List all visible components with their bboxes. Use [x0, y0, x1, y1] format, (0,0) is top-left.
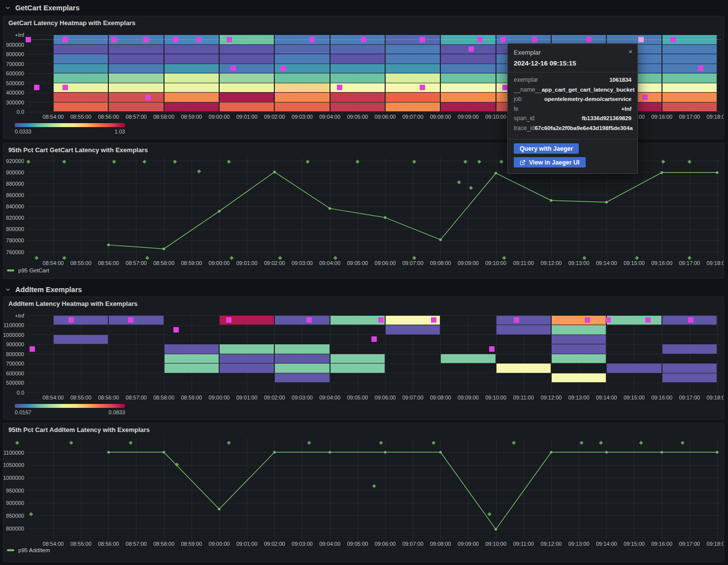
exemplar-diamond[interactable]: [197, 169, 201, 173]
exemplar-diamond[interactable]: [307, 441, 311, 445]
exemplar-marker[interactable]: [645, 317, 651, 323]
data-point[interactable]: [107, 244, 110, 246]
exemplar-marker[interactable]: [309, 37, 315, 42]
data-point[interactable]: [605, 201, 608, 203]
exemplar-marker[interactable]: [30, 346, 35, 352]
exemplar-diamond[interactable]: [599, 441, 603, 445]
exemplar-marker[interactable]: [586, 37, 592, 42]
exemplar-marker[interactable]: [26, 37, 31, 42]
exemplar-marker[interactable]: [642, 95, 648, 100]
view-in-jaeger-ui-button[interactable]: View in Jaeger UI: [514, 157, 586, 167]
data-point[interactable]: [605, 451, 608, 453]
section-row-additem[interactable]: AddItem Exemplars: [5, 284, 82, 295]
exemplar-diamond[interactable]: [688, 160, 692, 164]
exemplar-diamond[interactable]: [512, 441, 516, 445]
close-icon[interactable]: ×: [629, 48, 632, 55]
exemplar-marker[interactable]: [420, 85, 425, 90]
data-point[interactable]: [661, 451, 663, 453]
exemplar-marker[interactable]: [231, 66, 236, 71]
data-point[interactable]: [273, 171, 276, 173]
exemplar-diamond[interactable]: [62, 160, 66, 164]
data-point[interactable]: [550, 451, 552, 453]
exemplar-diamond[interactable]: [688, 256, 692, 260]
data-point[interactable]: [163, 248, 165, 250]
exemplar-diamond[interactable]: [173, 160, 177, 164]
exemplar-marker[interactable]: [145, 95, 151, 100]
exemplar-diamond[interactable]: [230, 256, 233, 260]
data-point[interactable]: [661, 171, 663, 174]
exemplar-marker[interactable]: [196, 37, 201, 42]
legend-item[interactable]: p95 AddItem: [7, 547, 50, 553]
exemplar-diamond[interactable]: [412, 160, 416, 164]
data-point[interactable]: [716, 171, 718, 174]
data-point[interactable]: [163, 451, 165, 453]
exemplar-diamond[interactable]: [112, 160, 116, 164]
query-with-jaeger-button[interactable]: Query with Jaeger: [514, 143, 579, 154]
exemplar-marker[interactable]: [585, 317, 590, 323]
exemplar-diamond[interactable]: [463, 160, 467, 164]
exemplar-marker[interactable]: [280, 66, 286, 71]
exemplar-marker[interactable]: [337, 85, 342, 90]
exemplar-diamond[interactable]: [69, 441, 73, 445]
exemplar-marker[interactable]: [361, 37, 366, 42]
data-point[interactable]: [329, 207, 331, 210]
exemplar-marker[interactable]: [638, 37, 644, 42]
exemplar-marker[interactable]: [500, 37, 506, 42]
exemplar-marker[interactable]: [468, 46, 474, 52]
exemplar-marker[interactable]: [128, 317, 133, 323]
exemplar-marker[interactable]: [63, 85, 68, 90]
data-point[interactable]: [107, 451, 110, 453]
exemplar-marker[interactable]: [489, 346, 495, 352]
exemplar-diamond[interactable]: [26, 160, 30, 164]
exemplar-marker[interactable]: [688, 317, 694, 323]
exemplar-marker[interactable]: [111, 37, 117, 42]
data-point[interactable]: [329, 451, 331, 453]
data-point[interactable]: [550, 199, 552, 201]
exemplar-diamond[interactable]: [412, 256, 416, 260]
data-point[interactable]: [439, 238, 442, 241]
exemplar-marker[interactable]: [605, 317, 611, 323]
legend-item[interactable]: p95 GetCart: [7, 267, 49, 273]
exemplar-diamond[interactable]: [29, 512, 33, 516]
exemplar-diamond[interactable]: [278, 256, 282, 260]
section-row-getcart[interactable]: GetCart Exemplars: [5, 2, 80, 13]
exemplar-diamond[interactable]: [15, 441, 19, 445]
exemplar-diamond[interactable]: [227, 441, 231, 445]
exemplar-diamond[interactable]: [477, 160, 481, 164]
exemplar-diamond[interactable]: [635, 256, 639, 260]
exemplar-marker[interactable]: [378, 317, 384, 323]
exemplar-diamond[interactable]: [502, 256, 506, 260]
exemplar-diamond[interactable]: [457, 180, 461, 184]
exemplar-marker[interactable]: [63, 37, 68, 42]
exemplar-diamond[interactable]: [379, 441, 383, 445]
data-point[interactable]: [384, 451, 386, 453]
exemplar-marker[interactable]: [420, 37, 425, 42]
exemplar-marker[interactable]: [670, 37, 676, 42]
exemplar-diamond[interactable]: [469, 186, 473, 190]
exemplar-diamond[interactable]: [227, 160, 231, 164]
exemplar-diamond[interactable]: [175, 463, 179, 466]
exemplar-marker[interactable]: [514, 317, 519, 323]
data-point[interactable]: [716, 451, 718, 453]
exemplar-marker[interactable]: [698, 66, 703, 71]
exemplar-diamond[interactable]: [62, 256, 66, 260]
exemplar-diamond[interactable]: [306, 160, 310, 164]
data-point[interactable]: [495, 172, 497, 174]
exemplar-diamond[interactable]: [681, 441, 685, 445]
exemplar-diamond[interactable]: [499, 160, 503, 164]
exemplar-diamond[interactable]: [661, 160, 665, 164]
data-point[interactable]: [218, 508, 220, 510]
data-point[interactable]: [218, 210, 220, 212]
exemplar-diamond[interactable]: [580, 441, 584, 445]
exemplar-diamond[interactable]: [582, 256, 586, 260]
exemplar-diamond[interactable]: [639, 441, 643, 445]
exemplar-diamond[interactable]: [488, 512, 492, 516]
data-point[interactable]: [495, 528, 497, 531]
exemplar-diamond[interactable]: [431, 441, 435, 445]
exemplar-diamond[interactable]: [145, 256, 149, 260]
exemplar-marker[interactable]: [173, 37, 178, 42]
exemplar-marker[interactable]: [34, 85, 39, 90]
exemplar-diamond[interactable]: [34, 256, 38, 260]
exemplar-marker[interactable]: [68, 317, 74, 323]
exemplar-diamond[interactable]: [372, 484, 376, 488]
